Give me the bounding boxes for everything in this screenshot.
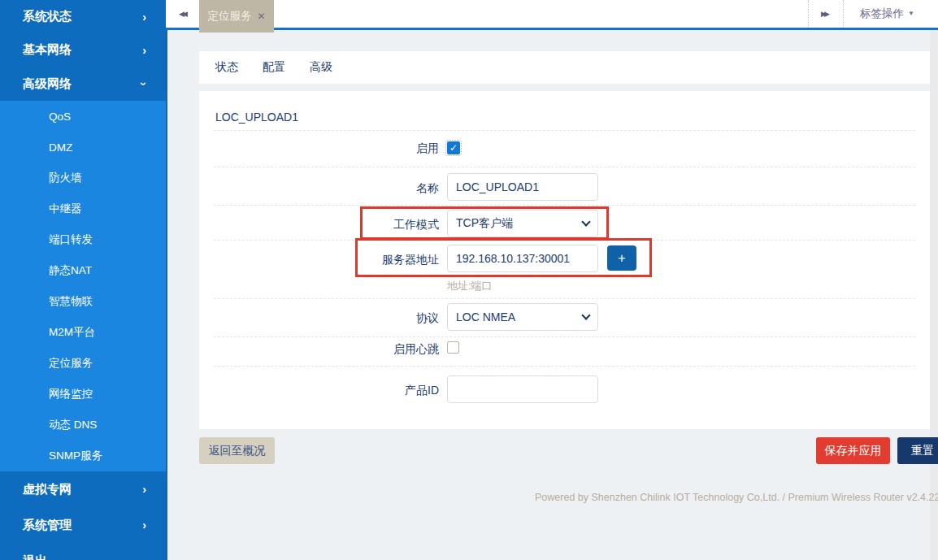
chevron-right-icon: › <box>142 45 146 56</box>
sidebar-submenu: QoS DMZ 防火墙 中继器 端口转发 静态NAT 智慧物联 M2M平台 定位… <box>0 101 166 471</box>
sidebar-item-label: 定位服务 <box>49 356 93 371</box>
sidebar-item-label: 静态NAT <box>49 263 92 278</box>
toolbar-divider <box>808 0 809 28</box>
sidebar-item-label: M2M平台 <box>49 325 95 340</box>
sidebar-item-static-nat[interactable]: 静态NAT <box>0 255 166 286</box>
sidebar-item-label: 基本网络 <box>23 42 72 58</box>
sidebar-item-network-monitor[interactable]: 网络监控 <box>0 379 166 410</box>
server-address-input[interactable] <box>447 245 598 272</box>
name-label: 名称 <box>199 180 439 196</box>
tab-config[interactable]: 配置 <box>263 60 285 75</box>
sidebar-item-qos[interactable]: QoS <box>0 101 166 132</box>
back-to-overview-button[interactable]: 返回至概况 <box>199 437 275 464</box>
sidebar-item-system-status[interactable]: 系统状态 › <box>0 0 166 33</box>
section-title: LOC_UPLOAD1 <box>215 111 298 124</box>
enable-label: 启用 <box>199 140 439 156</box>
product-id-label: 产品ID <box>199 382 439 398</box>
caret-down-icon: ▼ <box>908 10 914 17</box>
sidebar-item-label: 高级网络 <box>23 76 72 92</box>
router-admin-app: 系统状态 › 基本网络 › 高级网络 › QoS DMZ 防火墙 中继器 端口转… <box>0 0 938 560</box>
product-id-input[interactable] <box>447 376 598 403</box>
sidebar-item-label: 系统管理 <box>23 518 72 533</box>
sidebar-item-label: 中继器 <box>49 202 82 216</box>
sidebar-item-label: 端口转发 <box>49 232 93 247</box>
sidebar-item-label: 虚拟专网 <box>23 482 72 497</box>
server-address-label: 服务器地址 <box>199 251 439 267</box>
sidebar-item-label: 网络监控 <box>49 387 93 402</box>
protocol-select[interactable]: LOC NMEA <box>447 303 598 331</box>
tag-operations-dropdown[interactable]: 标签操作▼ <box>850 0 924 28</box>
scrollbar-track[interactable] <box>930 30 938 560</box>
chevron-down-icon <box>581 310 590 319</box>
sidebar-item-basic-network[interactable]: 基本网络 › <box>0 33 166 67</box>
sidebar-item-label: 系统状态 <box>23 9 72 24</box>
server-address-hint: 地址:端口 <box>447 279 493 293</box>
reset-button[interactable]: 重置 <box>897 437 938 464</box>
sidebar-item-logout[interactable]: 退出 <box>0 543 166 560</box>
chevron-down-icon <box>581 217 590 226</box>
chevron-right-icon: › <box>142 11 146 23</box>
location-upload-form: LOC_UPLOAD1 启用 ✓ 名称 工作模式 TCP客户端 服务器地址 + … <box>199 91 930 429</box>
heartbeat-label: 启用心跳 <box>199 341 439 357</box>
tab-location-service[interactable]: 定位服务 ✕ <box>199 0 274 33</box>
tab-advanced[interactable]: 高级 <box>310 60 332 75</box>
sidebar-item-dynamic-dns[interactable]: 动态 DNS <box>0 410 166 441</box>
sidebar-item-port-forwarding[interactable]: 端口转发 <box>0 224 166 255</box>
row-divider <box>214 336 915 337</box>
sidebar-item-label: SNMP服务 <box>49 449 102 463</box>
save-and-apply-button[interactable]: 保存并应用 <box>816 437 890 464</box>
sidebar-item-vpn[interactable]: 虚拟专网 › <box>0 471 166 507</box>
add-server-button[interactable]: + <box>607 245 636 271</box>
sidebar-item-system-management[interactable]: 系统管理 › <box>0 507 166 543</box>
work-mode-label: 工作模式 <box>199 216 439 232</box>
sidebar-item-label: 防火墙 <box>49 171 82 185</box>
work-mode-select[interactable]: TCP客户端 <box>447 210 598 237</box>
sidebar-item-location-service[interactable]: 定位服务 <box>0 348 166 379</box>
content-tabstrip: 状态 配置 高级 <box>199 51 930 84</box>
close-icon[interactable]: ✕ <box>257 11 265 22</box>
sidebar-item-label: DMZ <box>49 141 72 154</box>
chevron-down-icon: › <box>139 82 150 86</box>
chevron-right-icon: › <box>142 484 146 495</box>
row-divider <box>214 167 915 167</box>
protocol-label: 协议 <box>199 310 439 326</box>
powered-by-footer: Powered by Shenzhen Chilink IOT Technolo… <box>535 492 938 503</box>
chevron-right-icon: › <box>142 519 146 531</box>
sidebar-item-snmp-service[interactable]: SNMP服务 <box>0 441 166 471</box>
row-divider <box>214 298 915 299</box>
heartbeat-checkbox[interactable] <box>447 341 459 354</box>
name-input[interactable] <box>447 173 598 201</box>
tab-bar: ◀◀ 定位服务 ✕ ▶▶ 标签操作▼ <box>166 0 938 30</box>
tab-label: 定位服务 <box>207 9 251 24</box>
sidebar-edge-divider <box>166 30 167 560</box>
scroll-tabs-left-button[interactable]: ◀◀ <box>171 0 193 28</box>
row-divider <box>214 240 915 241</box>
sidebar-item-label: 退出 <box>23 553 47 560</box>
tab-status[interactable]: 状态 <box>215 60 238 75</box>
sidebar-item-firewall[interactable]: 防火墙 <box>0 163 166 193</box>
row-divider <box>214 130 915 131</box>
scroll-tabs-right-button[interactable]: ▶▶ <box>813 0 836 28</box>
row-divider <box>214 205 915 206</box>
sidebar-item-repeater[interactable]: 中继器 <box>0 193 166 224</box>
sidebar-item-advanced-network[interactable]: 高级网络 › <box>0 67 166 101</box>
sidebar-item-m2m-platform[interactable]: M2M平台 <box>0 317 166 348</box>
sidebar-item-dmz[interactable]: DMZ <box>0 132 166 163</box>
sidebar: 系统状态 › 基本网络 › 高级网络 › QoS DMZ 防火墙 中继器 端口转… <box>0 0 166 560</box>
work-mode-value: TCP客户端 <box>456 216 513 231</box>
toolbar-divider <box>843 0 844 28</box>
sidebar-item-label: QoS <box>49 111 71 123</box>
sidebar-item-smart-iot[interactable]: 智慧物联 <box>0 286 166 317</box>
enable-checkbox[interactable]: ✓ <box>447 141 460 154</box>
protocol-value: LOC NMEA <box>456 310 515 323</box>
tag-operations-label: 标签操作 <box>860 7 904 20</box>
row-divider <box>214 366 915 367</box>
sidebar-item-label: 智慧物联 <box>49 294 93 309</box>
sidebar-item-label: 动态 DNS <box>49 418 97 432</box>
